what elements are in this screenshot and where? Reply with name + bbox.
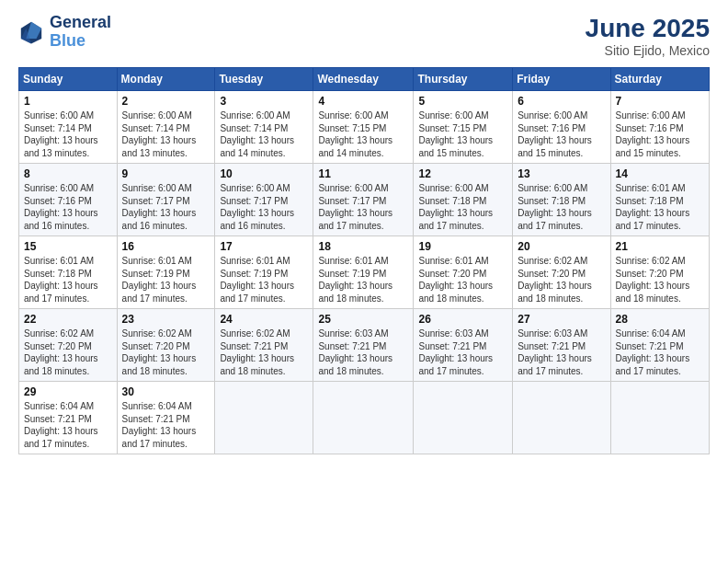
daylight-minutes: and 17 minutes. [122,439,188,449]
daylight-minutes: and 17 minutes. [318,221,383,231]
calendar-week-row: 8 Sunrise: 6:00 AM Sunset: 7:16 PM Dayli… [19,164,710,236]
daylight-minutes: and 15 minutes. [616,148,681,158]
day-number: 8 [24,167,112,180]
day-number: 10 [220,167,308,180]
daylight-label: Daylight: 13 hours [122,426,197,436]
sunrise-label: Sunrise: 6:02 AM [122,328,192,339]
day-number: 28 [616,313,704,326]
daylight-minutes: and 13 minutes. [122,148,188,158]
day-number: 29 [24,385,112,398]
sunset-label: Sunset: 7:16 PM [616,123,684,133]
day-info: Sunrise: 6:00 AM Sunset: 7:16 PM Dayligh… [616,109,704,159]
table-cell: 14 Sunrise: 6:01 AM Sunset: 7:18 PM Dayl… [610,164,709,236]
sunrise-label: Sunrise: 6:04 AM [122,401,192,411]
table-cell: 12 Sunrise: 6:00 AM Sunset: 7:18 PM Dayl… [414,164,513,236]
daylight-minutes: and 16 minutes. [220,221,285,231]
daylight-minutes: and 17 minutes. [616,221,681,231]
sunrise-label: Sunrise: 6:01 AM [418,256,488,266]
table-cell: 5 Sunrise: 6:00 AM Sunset: 7:15 PM Dayli… [414,91,513,164]
table-cell [414,382,513,454]
daylight-minutes: and 13 minutes. [24,148,89,158]
daylight-minutes: and 17 minutes. [418,221,483,231]
sunset-label: Sunset: 7:16 PM [518,123,586,133]
day-info: Sunrise: 6:01 AM Sunset: 7:19 PM Dayligh… [220,255,308,304]
daylight-minutes: and 17 minutes. [418,366,483,376]
sunset-label: Sunset: 7:19 PM [318,269,386,279]
daylight-minutes: and 18 minutes. [318,293,383,304]
sunrise-label: Sunrise: 6:03 AM [518,328,587,339]
day-number: 16 [122,240,210,253]
day-info: Sunrise: 6:02 AM Sunset: 7:20 PM Dayligh… [24,327,112,377]
table-cell: 19 Sunrise: 6:01 AM Sunset: 7:20 PM Dayl… [414,236,513,309]
sunrise-label: Sunrise: 6:00 AM [318,110,388,121]
daylight-label: Daylight: 13 hours [220,208,294,218]
sunrise-label: Sunrise: 6:00 AM [122,183,192,193]
day-number: 21 [616,240,704,253]
daylight-label: Daylight: 13 hours [418,353,493,363]
sunrise-label: Sunrise: 6:00 AM [518,110,587,121]
col-wednesday: Wednesday [313,68,414,91]
daylight-label: Daylight: 13 hours [518,281,592,291]
table-cell: 17 Sunrise: 6:01 AM Sunset: 7:19 PM Dayl… [215,236,313,309]
table-cell: 1 Sunrise: 6:00 AM Sunset: 7:14 PM Dayli… [19,91,118,164]
location: Sitio Ejido, Mexico [586,43,710,58]
table-cell: 6 Sunrise: 6:00 AM Sunset: 7:16 PM Dayli… [513,91,610,164]
table-cell [513,382,610,454]
sunset-label: Sunset: 7:14 PM [122,123,190,133]
sunset-label: Sunset: 7:21 PM [122,414,190,424]
daylight-minutes: and 15 minutes. [418,148,483,158]
day-number: 6 [518,95,605,108]
sunset-label: Sunset: 7:19 PM [122,269,190,279]
sunset-label: Sunset: 7:17 PM [122,196,190,206]
table-cell: 26 Sunrise: 6:03 AM Sunset: 7:21 PM Dayl… [414,309,513,382]
day-info: Sunrise: 6:00 AM Sunset: 7:14 PM Dayligh… [24,109,112,159]
sunset-label: Sunset: 7:20 PM [122,341,190,351]
sunrise-label: Sunrise: 6:00 AM [318,183,388,193]
table-cell [610,382,709,454]
daylight-label: Daylight: 13 hours [24,426,98,436]
day-number: 25 [318,313,408,326]
daylight-label: Daylight: 13 hours [122,135,197,145]
table-cell: 23 Sunrise: 6:02 AM Sunset: 7:20 PM Dayl… [117,309,215,382]
daylight-label: Daylight: 13 hours [616,135,690,145]
sunrise-label: Sunrise: 6:00 AM [122,110,192,121]
day-info: Sunrise: 6:03 AM Sunset: 7:21 PM Dayligh… [418,327,507,377]
table-cell: 27 Sunrise: 6:03 AM Sunset: 7:21 PM Dayl… [513,309,610,382]
daylight-label: Daylight: 13 hours [220,353,294,363]
table-cell: 11 Sunrise: 6:00 AM Sunset: 7:17 PM Dayl… [313,164,414,236]
sunrise-label: Sunrise: 6:02 AM [518,256,587,266]
daylight-label: Daylight: 13 hours [616,353,690,363]
table-cell: 25 Sunrise: 6:03 AM Sunset: 7:21 PM Dayl… [313,309,414,382]
day-number: 3 [220,95,308,108]
page: General Blue June 2025 Sitio Ejido, Mexi… [0,0,728,563]
day-info: Sunrise: 6:00 AM Sunset: 7:17 PM Dayligh… [318,182,408,232]
table-cell: 21 Sunrise: 6:02 AM Sunset: 7:20 PM Dayl… [610,236,709,309]
col-friday: Friday [513,68,610,91]
day-info: Sunrise: 6:01 AM Sunset: 7:18 PM Dayligh… [616,182,704,232]
table-cell: 8 Sunrise: 6:00 AM Sunset: 7:16 PM Dayli… [19,164,118,236]
daylight-label: Daylight: 13 hours [220,135,294,145]
day-info: Sunrise: 6:00 AM Sunset: 7:16 PM Dayligh… [518,109,605,159]
day-info: Sunrise: 6:02 AM Sunset: 7:21 PM Dayligh… [220,327,308,377]
daylight-minutes: and 17 minutes. [24,439,89,449]
calendar-week-row: 15 Sunrise: 6:01 AM Sunset: 7:18 PM Dayl… [19,236,710,309]
sunset-label: Sunset: 7:15 PM [318,123,386,133]
sunrise-label: Sunrise: 6:02 AM [616,256,686,266]
daylight-label: Daylight: 13 hours [318,135,392,145]
sunrise-label: Sunrise: 6:02 AM [24,328,94,339]
calendar-week-row: 22 Sunrise: 6:02 AM Sunset: 7:20 PM Dayl… [19,309,710,382]
daylight-label: Daylight: 13 hours [418,208,493,218]
daylight-minutes: and 17 minutes. [24,293,89,304]
sunrise-label: Sunrise: 6:03 AM [318,328,388,339]
daylight-minutes: and 17 minutes. [220,293,285,304]
col-thursday: Thursday [414,68,513,91]
month-title: June 2025 [586,14,710,43]
day-number: 27 [518,313,605,326]
table-cell: 9 Sunrise: 6:00 AM Sunset: 7:17 PM Dayli… [117,164,215,236]
sunset-label: Sunset: 7:14 PM [24,123,92,133]
daylight-label: Daylight: 13 hours [418,281,493,291]
table-cell: 2 Sunrise: 6:00 AM Sunset: 7:14 PM Dayli… [117,91,215,164]
table-cell [215,382,313,454]
sunset-label: Sunset: 7:18 PM [616,196,684,206]
daylight-minutes: and 18 minutes. [220,366,285,376]
